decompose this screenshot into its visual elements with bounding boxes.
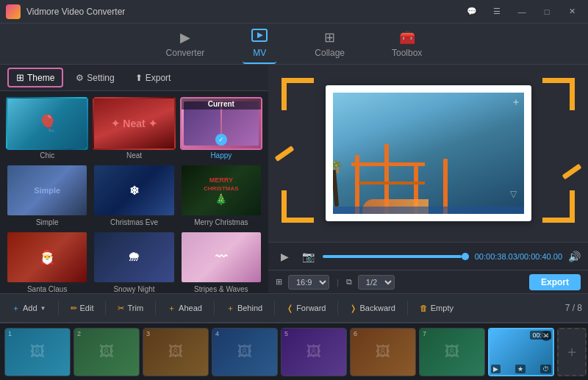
film-thumb-1: 🖼 xyxy=(5,329,70,376)
add-icon: ＋ xyxy=(12,303,20,314)
sep-1 xyxy=(58,301,59,315)
theme-thumb-chic[interactable]: 🎈 xyxy=(6,97,88,150)
theme-merry-christmas[interactable]: MERRY CHRISTMAS 🎄 Merry Christmas xyxy=(180,164,262,226)
tab-toolbox[interactable]: 🧰 Toolbox xyxy=(383,25,431,62)
volume-icon[interactable]: 🔊 xyxy=(568,251,581,262)
screenshot-button[interactable]: 📷 xyxy=(299,248,317,265)
sep-5 xyxy=(274,301,275,315)
theme-happy[interactable]: Current ✓ Happy xyxy=(180,97,262,159)
film-close-8[interactable]: ✕ xyxy=(541,331,551,341)
theme-thumb-snowy[interactable]: 🌨 xyxy=(93,231,175,284)
svg-marker-1 xyxy=(257,32,263,38)
theme-thumb-happy[interactable]: Current ✓ xyxy=(180,97,262,150)
water xyxy=(326,207,531,221)
film-number-4: 4 xyxy=(215,330,219,337)
film-thumb-2: 🖼 xyxy=(74,329,139,376)
play-button[interactable]: ▶ xyxy=(276,248,293,265)
theme-stripes-waves[interactable]: 〰 Stripes & Waves xyxy=(180,231,262,293)
theme-btn[interactable]: ⊞ Theme xyxy=(7,68,63,87)
messages-button[interactable]: 💬 xyxy=(462,4,482,19)
theme-snowy-night[interactable]: 🌨 Snowy Night xyxy=(93,231,175,293)
setting-btn[interactable]: ⚙ Setting xyxy=(68,69,122,87)
trim-button[interactable]: ✂ Trim xyxy=(112,301,149,316)
maximize-button[interactable]: □ xyxy=(537,4,557,19)
tab-mv-label: MV xyxy=(253,48,266,58)
nav-tabs: ▶ Converter MV ⊞ Collage 🧰 Toolbox xyxy=(0,24,588,65)
mv-icon xyxy=(251,29,268,46)
tab-collage-label: Collage xyxy=(315,48,345,58)
tab-mv[interactable]: MV xyxy=(243,24,276,64)
tree-trunk-1 xyxy=(331,170,338,207)
film-item-4[interactable]: 🖼 4 xyxy=(212,328,278,376)
selected-check: ✓ xyxy=(215,134,227,146)
grid-icon: ⊞ xyxy=(16,72,24,83)
theme-chic[interactable]: 🎈 Chic xyxy=(6,97,88,159)
empty-button[interactable]: 🗑 Empty xyxy=(414,301,459,315)
theme-thumb-santa[interactable]: 🎅 xyxy=(6,231,88,284)
theme-thumb-neat[interactable]: ✦ Neat ✦ xyxy=(93,97,175,150)
film-item-3[interactable]: 🖼 3 xyxy=(143,328,209,376)
tab-converter-label: Converter xyxy=(166,48,205,58)
film-item-1[interactable]: 🖼 1 xyxy=(4,328,71,376)
converter-icon: ▶ xyxy=(180,29,190,46)
film-controls-8: ▶ ★ ⏱ xyxy=(491,365,551,373)
export-main-button[interactable]: Export xyxy=(529,274,581,290)
add-clip-button[interactable]: ＋ xyxy=(557,328,587,376)
film-number-3: 3 xyxy=(146,330,150,337)
export-btn-sub[interactable]: ⬆ Export xyxy=(127,69,179,87)
controls-bar: ▶ 📷 00:00:38.03/00:00:40.00 🔊 xyxy=(268,242,588,270)
current-badge: Current xyxy=(182,98,261,110)
behind-button[interactable]: ＋ Behind xyxy=(220,300,268,317)
film-item-6[interactable]: 🖼 6 xyxy=(350,328,416,376)
film-item-8[interactable]: 00:04 ✕ ▶ ★ ⏱ xyxy=(488,328,554,376)
theme-christmas-eve[interactable]: ❄ Christmas Eve xyxy=(93,164,175,226)
film-item-2[interactable]: 🖼 2 xyxy=(74,328,140,376)
close-button[interactable]: ✕ xyxy=(562,4,582,19)
film-thumb-5: 🖼 xyxy=(282,329,346,376)
scissors-icon: ✂ xyxy=(118,304,124,313)
titlebar: Vidmore Video Converter 💬 ☰ — □ ✕ xyxy=(0,0,588,24)
film-item-5[interactable]: 🖼 5 xyxy=(281,328,347,376)
minimize-button[interactable]: — xyxy=(512,4,532,19)
export-row: ⊞ 16:9 | ⧉ 1/2 Export xyxy=(268,270,588,293)
menu-button[interactable]: ☰ xyxy=(487,4,507,19)
progress-bar[interactable] xyxy=(323,255,469,258)
theme-simple[interactable]: Simple Simple xyxy=(6,164,88,226)
forward-icon: ❬ xyxy=(287,304,293,313)
backward-button[interactable]: ❭ Backward xyxy=(344,301,401,316)
add-media-icon[interactable]: ＋ xyxy=(511,96,521,109)
film-number-5: 5 xyxy=(284,330,288,337)
theme-thumb-simple[interactable]: Simple xyxy=(6,164,88,217)
film-clock-8[interactable]: ⏱ xyxy=(540,365,551,373)
film-play-8[interactable]: ▶ xyxy=(491,365,501,373)
ratio-select[interactable]: 16:9 xyxy=(288,275,329,290)
trash-icon: 🗑 xyxy=(420,304,428,312)
forward-button[interactable]: ❬ Forward xyxy=(281,301,331,316)
theme-thumb-stripes[interactable]: 〰 xyxy=(180,231,262,284)
preview-frame: 🌴 ＋ ▽ xyxy=(326,85,531,221)
edit-icon: ✏ xyxy=(71,304,77,313)
theme-thumb-merry[interactable]: MERRY CHRISTMAS 🎄 xyxy=(180,164,262,217)
theme-thumb-christmas[interactable]: ❄ xyxy=(93,164,175,217)
tab-collage[interactable]: ⊞ Collage xyxy=(306,25,354,62)
page-count: 7 / 8 xyxy=(565,303,582,313)
edit-button[interactable]: ✏ Edit xyxy=(65,301,100,316)
tab-toolbox-label: Toolbox xyxy=(392,48,422,58)
video-content: 🌴 ＋ ▽ xyxy=(326,85,531,221)
film-item-7[interactable]: 🖼 7 xyxy=(419,328,485,376)
theme-neat[interactable]: ✦ Neat ✦ Neat xyxy=(93,97,175,159)
tab-converter[interactable]: ▶ Converter xyxy=(157,25,214,62)
sep-7 xyxy=(407,301,408,315)
film-star-8[interactable]: ★ xyxy=(515,365,526,373)
ahead-button[interactable]: ＋ Ahead xyxy=(162,300,208,317)
divider-1: | xyxy=(337,278,339,287)
add-button[interactable]: ＋ Add ▼ xyxy=(6,300,52,317)
page-select[interactable]: 1/2 xyxy=(358,275,395,290)
backward-icon: ❭ xyxy=(350,304,356,313)
sub-toolbar: ⊞ Theme ⚙ Setting ⬆ Export xyxy=(0,65,268,91)
sep-6 xyxy=(337,301,338,315)
resize-icon: ⊞ xyxy=(276,277,282,287)
film-number-2: 2 xyxy=(77,330,81,337)
theme-santa-claus[interactable]: 🎅 Santa Claus xyxy=(6,231,88,293)
progress-handle xyxy=(462,253,469,260)
